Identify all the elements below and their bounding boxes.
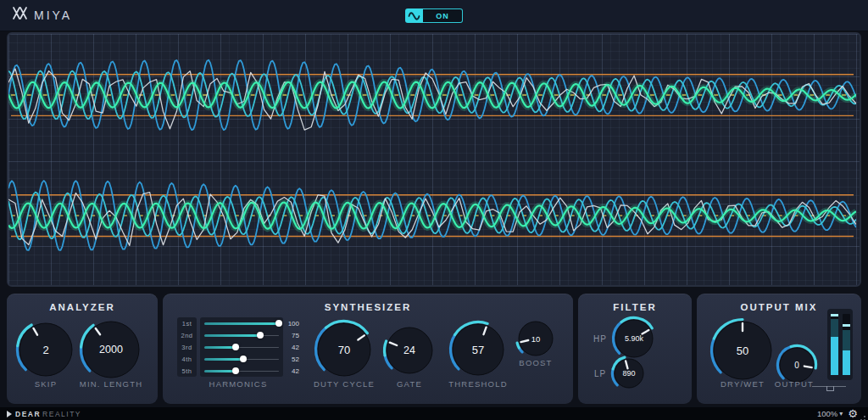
harmonic-value: 100: [285, 317, 299, 329]
min-length-value: 2000: [78, 316, 144, 383]
slider-fill: [204, 358, 243, 361]
miya-logo-icon: [13, 7, 27, 23]
harmonics-labels-column: 1st2nd3rd4th5th: [177, 317, 197, 377]
slider-handle[interactable]: [232, 367, 239, 374]
harmonic-slider-1st[interactable]: [200, 317, 283, 329]
harmonic-slider-4th[interactable]: [200, 353, 283, 365]
ui-zoom-select[interactable]: 100% ▾: [817, 409, 843, 418]
output-level-meters: [827, 309, 853, 380]
skip-value: 2: [14, 318, 77, 381]
bypass-toggle-state: ON: [423, 8, 463, 23]
fader-handle[interactable]: [826, 386, 834, 391]
gear-icon[interactable]: ⚙: [848, 408, 858, 419]
harmonic-order-label: 3rd: [177, 341, 197, 353]
lp-value: 890: [609, 354, 648, 393]
footer-bar: DEAR REALITY 100% ▾ ⚙: [0, 407, 868, 420]
harmonic-value: 42: [285, 341, 299, 353]
skip-knob[interactable]: 2: [14, 318, 77, 381]
min-length-knob[interactable]: 2000: [78, 316, 144, 383]
harmonic-slider-5th[interactable]: [200, 365, 283, 377]
app-title: MIYA: [34, 8, 72, 22]
harmonic-value: 75: [285, 329, 299, 341]
boost-label: BOOST: [519, 358, 552, 367]
duty-cycle-label: DUTY CYCLE: [314, 379, 375, 389]
level-meter-left: [831, 314, 838, 375]
gate-label: GATE: [397, 379, 422, 389]
harmonic-order-label: 4th: [177, 353, 197, 365]
slider-handle[interactable]: [240, 356, 247, 362]
threshold-label: THRESHOLD: [448, 379, 507, 389]
slider-fill: [204, 334, 260, 337]
duty-cycle-value: 70: [313, 318, 376, 381]
lp-label: LP: [594, 369, 606, 378]
sine-wave-icon: [405, 8, 423, 23]
output-label: OUTPUT: [775, 379, 814, 389]
analyzer-title: ANALYZER: [7, 302, 158, 312]
slider-handle[interactable]: [257, 332, 264, 339]
harmonic-value: 42: [285, 365, 299, 377]
slider-fill: [204, 322, 279, 325]
dry-wet-value: 50: [709, 316, 776, 384]
dear-reality-brand: DEAR REALITY: [7, 410, 81, 418]
dry-wet-label: DRY/WET: [721, 379, 765, 389]
resize-grip[interactable]: [864, 416, 865, 417]
synthesizer-title: SYNTHESIZER: [163, 302, 573, 312]
miya-plugin-window: MIYA ON ANALYZER SYNTHESIZER FILTER OUTP…: [0, 0, 868, 420]
harmonic-order-label: 1st: [177, 317, 197, 329]
harmonic-order-label: 2nd: [177, 329, 197, 341]
dry-wet-knob[interactable]: 50: [709, 316, 776, 384]
caret-down-icon: ▾: [839, 410, 843, 417]
brand-text-bold: DEAR: [15, 410, 41, 418]
slider-fill: [204, 346, 236, 349]
harmonic-slider-2nd[interactable]: [200, 329, 283, 341]
duty-cycle-knob[interactable]: 70: [313, 318, 376, 381]
min-length-label: MIN. LENGTH: [80, 379, 142, 389]
lp-knob[interactable]: 890: [609, 354, 648, 393]
waveform-canvas: [8, 34, 856, 282]
output-trim-fader[interactable]: [812, 386, 846, 392]
ui-zoom-value: 100%: [817, 409, 837, 418]
skip-label: SKIP: [35, 379, 57, 389]
gate-knob[interactable]: 24: [381, 322, 437, 378]
gate-value: 24: [381, 322, 437, 378]
bypass-toggle[interactable]: ON: [405, 8, 463, 23]
brand-text-light: REALITY: [42, 410, 81, 418]
harmonic-order-label: 5th: [177, 365, 197, 377]
boost-value: 10: [514, 316, 558, 361]
boost-knob[interactable]: 10: [514, 316, 558, 361]
filter-title: FILTER: [578, 302, 692, 312]
waveform-display: [7, 32, 861, 287]
threshold-knob[interactable]: 57: [448, 319, 509, 380]
slider-handle[interactable]: [275, 320, 282, 327]
header-bar: MIYA ON: [0, 0, 868, 31]
hp-label: HP: [593, 334, 607, 344]
level-meter-right: [843, 314, 850, 375]
harmonics-values-column: 10075425242: [285, 317, 299, 377]
harmonic-slider-3rd[interactable]: [200, 341, 283, 353]
harmonics-label: HARMONICS: [209, 379, 268, 389]
harmonics-sliders: [200, 317, 283, 377]
slider-handle[interactable]: [232, 344, 239, 350]
slider-fill: [204, 370, 236, 372]
dear-reality-logo-icon: [7, 411, 12, 417]
harmonic-value: 52: [285, 353, 299, 365]
threshold-value: 57: [448, 319, 509, 380]
